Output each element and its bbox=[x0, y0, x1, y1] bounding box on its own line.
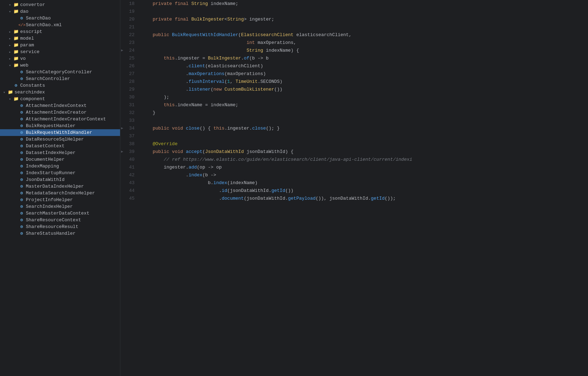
folder-icon: 📁 bbox=[13, 42, 19, 48]
sidebar-item-param[interactable]: ▸📁param bbox=[0, 42, 120, 49]
fold-arrow-icon[interactable]: ▶ bbox=[121, 148, 123, 156]
line-content: int maxOperations, bbox=[139, 39, 588, 47]
folder-icon: 📁 bbox=[13, 9, 19, 14]
sidebar-item-ShareResourceContext[interactable]: ⊙ShareResourceContext bbox=[0, 217, 120, 223]
sidebar-item-ShareStatusHandler[interactable]: ⊙ShareStatusHandler bbox=[0, 230, 120, 237]
line-number: 32 bbox=[120, 109, 139, 117]
sidebar-item-AttachmentIndexCreatorContext[interactable]: ⊙AttachmentIndexCreatorContext bbox=[0, 116, 120, 123]
line-content: b.index(indexName) bbox=[139, 179, 588, 187]
class-icon: ⊙ bbox=[18, 76, 25, 81]
class-icon: ⊙ bbox=[18, 224, 25, 229]
tree-item-label: BulkRequestHandler bbox=[26, 123, 75, 129]
tree-item-label: JsonDataWithId bbox=[26, 177, 64, 182]
sidebar-item-DatasetContext[interactable]: ⊙DatasetContext bbox=[0, 143, 120, 149]
class-icon: ⊙ bbox=[18, 211, 25, 216]
tree-item-label: DatasetIndexHelper bbox=[26, 150, 75, 155]
sidebar-item-SearchMasterDataContext[interactable]: ⊙SearchMasterDataContext bbox=[0, 210, 120, 217]
sidebar-item-DocumentHelper[interactable]: ⊙DocumentHelper bbox=[0, 156, 120, 163]
line-content: .id(jsonDataWithId.getId()) bbox=[139, 187, 588, 195]
tree-item-label: vo bbox=[20, 56, 26, 61]
class-icon: ⊙ bbox=[18, 130, 25, 135]
sidebar-item-SearchIndexHelper[interactable]: ⊙SearchIndexHelper bbox=[0, 203, 120, 210]
line-content: .document(jsonDataWithId.getPayload()), … bbox=[139, 195, 588, 203]
fold-arrow-icon[interactable]: ▶ bbox=[121, 47, 123, 55]
line-content: @Override bbox=[139, 140, 588, 148]
tree-item-label: BulkRequestWithIdHandler bbox=[26, 130, 92, 135]
sidebar-item-esscript[interactable]: ▸📁esscript bbox=[0, 28, 120, 35]
sidebar-item-searchindex[interactable]: ▾📁searchindex bbox=[0, 89, 120, 96]
sidebar-item-vo[interactable]: ▸📁vo bbox=[0, 55, 120, 62]
code-content: 18 private final String indexName;1920 p… bbox=[120, 0, 588, 203]
folder-icon: 📁 bbox=[13, 2, 19, 7]
sidebar-item-SearchDao[interactable]: ⊙SearchDao bbox=[0, 15, 120, 22]
sidebar-item-MasterDataIndexHelper[interactable]: ⊙MasterDataIndexHelper bbox=[0, 183, 120, 190]
sidebar-item-IndexMapping[interactable]: ⊙IndexMapping bbox=[0, 163, 120, 170]
tree-item-label: SearchDao bbox=[26, 16, 51, 21]
sidebar-item-MetadataSearchIndexHelper[interactable]: ⊙MetadataSearchIndexHelper bbox=[0, 190, 120, 196]
sidebar-item-Constants[interactable]: ⊙Constants bbox=[0, 82, 120, 89]
folder-icon: 📁 bbox=[13, 49, 19, 55]
line-content: public void accept(JsonDataWithId jsonDa… bbox=[139, 148, 588, 156]
code-line: 21 bbox=[120, 23, 588, 31]
sidebar-item-dao[interactable]: ▾📁dao bbox=[0, 8, 120, 15]
code-line: ▶39 public void accept(JsonDataWithId js… bbox=[120, 148, 588, 156]
sidebar-item-SearchController[interactable]: ⊙SearchController bbox=[0, 75, 120, 82]
tree-item-label: IndexMapping bbox=[26, 164, 59, 169]
code-line: 42 .index(b -> bbox=[120, 171, 588, 179]
class-icon: ⊙ bbox=[18, 190, 25, 196]
sidebar-item-JsonDataWithId[interactable]: ⊙JsonDataWithId bbox=[0, 176, 120, 183]
sidebar-item-IndexStartupRunner[interactable]: ⊙IndexStartupRunner bbox=[0, 170, 120, 176]
code-line: 19 bbox=[120, 8, 588, 16]
folder-icon: 📁 bbox=[13, 96, 19, 102]
line-number: 26 bbox=[120, 62, 139, 70]
line-number: 33 bbox=[120, 117, 139, 125]
sidebar-item-BulkRequestHandler[interactable]: ⊙BulkRequestHandler bbox=[0, 123, 120, 129]
line-content: } bbox=[139, 109, 588, 117]
line-number: 43 bbox=[120, 179, 139, 187]
line-content: public void close() { this.ingester.clos… bbox=[139, 125, 588, 132]
sidebar-item-SearchCategoryController[interactable]: ⊙SearchCategoryController bbox=[0, 69, 120, 75]
tree-item-label: MetadataSearchIndexHelper bbox=[26, 190, 95, 196]
line-content: ingester.add(op -> op bbox=[139, 164, 588, 171]
sidebar-item-AttachmentIndexCreator[interactable]: ⊙AttachmentIndexCreator bbox=[0, 109, 120, 116]
code-editor: 18 private final String indexName;1920 p… bbox=[120, 0, 588, 376]
sidebar-item-component[interactable]: ▾📁component bbox=[0, 96, 120, 102]
class-icon: ⊙ bbox=[18, 110, 25, 115]
sidebar-item-convertor[interactable]: ▾📁convertor bbox=[0, 1, 120, 8]
fold-arrow-icon[interactable]: ▶ bbox=[121, 125, 123, 132]
line-number: 21 bbox=[120, 23, 139, 31]
code-line: 23 int maxOperations, bbox=[120, 39, 588, 47]
line-number: ▶34 bbox=[120, 125, 139, 132]
code-line: 27 .maxOperations(maxOperations) bbox=[120, 70, 588, 78]
code-line: ▶34 public void close() { this.ingester.… bbox=[120, 125, 588, 132]
tree-item-label: Constants bbox=[20, 83, 45, 88]
sidebar-item-SearchDao.xml[interactable]: </>SearchDao.xml bbox=[0, 22, 120, 28]
line-number: 37 bbox=[120, 132, 139, 140]
code-line: 30 ); bbox=[120, 93, 588, 101]
tree-item-label: AttachmentIndexCreator bbox=[26, 110, 87, 115]
code-line: ▶24 String indexName) { bbox=[120, 47, 588, 55]
class-icon: ⊙ bbox=[18, 123, 25, 129]
fold-arrow: ▾ bbox=[1, 90, 7, 95]
sidebar-item-web[interactable]: ▾📁web bbox=[0, 62, 120, 69]
code-line: 43 b.index(indexName) bbox=[120, 179, 588, 187]
line-content: .maxOperations(maxOperations) bbox=[139, 70, 588, 78]
code-line: 37 bbox=[120, 132, 588, 140]
sidebar-item-BulkRequestWithIdHandler[interactable]: ⊙BulkRequestWithIdHandler bbox=[0, 129, 120, 136]
code-line: 29 .listener(new CustomBulkListener()) bbox=[120, 86, 588, 93]
folder-icon: 📁 bbox=[13, 36, 19, 41]
line-number: 27 bbox=[120, 70, 139, 78]
sidebar-item-AttachmentIndexContext[interactable]: ⊙AttachmentIndexContext bbox=[0, 102, 120, 109]
sidebar-item-model[interactable]: ▸📁model bbox=[0, 35, 120, 42]
line-content: private final String indexName; bbox=[139, 0, 588, 8]
sidebar-item-ShareResourceResult[interactable]: ⊙ShareResourceResult bbox=[0, 223, 120, 230]
line-content: this.ingester = BulkIngester.of(b -> b bbox=[139, 55, 588, 62]
folder-icon: 📁 bbox=[13, 29, 19, 34]
sidebar-item-DatasetIndexHelper[interactable]: ⊙DatasetIndexHelper bbox=[0, 149, 120, 156]
file-tree: ▾📁convertor▾📁dao ⊙SearchDao </>SearchDao… bbox=[0, 0, 120, 376]
sidebar-item-DataResourceSqlHelper[interactable]: ⊙DataResourceSqlHelper bbox=[0, 136, 120, 143]
sidebar-item-service[interactable]: ▸📁service bbox=[0, 49, 120, 55]
tree-item-label: esscript bbox=[20, 29, 42, 34]
sidebar-item-ProjectInfoHelper[interactable]: ⊙ProjectInfoHelper bbox=[0, 196, 120, 203]
line-number: 41 bbox=[120, 164, 139, 171]
